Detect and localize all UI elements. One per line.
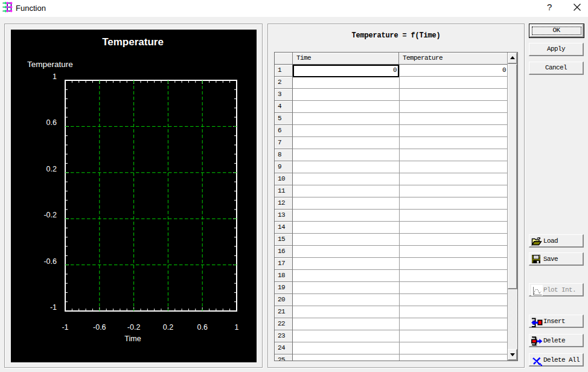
svg-text:-0.6: -0.6 xyxy=(43,257,57,266)
svg-text:Temperature: Temperature xyxy=(102,36,164,48)
svg-text:-0.2: -0.2 xyxy=(127,323,141,332)
svg-text:-0.2: -0.2 xyxy=(43,211,57,219)
svg-text:1: 1 xyxy=(235,323,239,332)
svg-text:1: 1 xyxy=(53,72,57,81)
svg-text:Temperature: Temperature xyxy=(27,60,73,69)
svg-text:-1: -1 xyxy=(62,323,68,332)
svg-text:0.2: 0.2 xyxy=(163,323,173,332)
svg-text:0.6: 0.6 xyxy=(197,323,208,332)
svg-text:-1: -1 xyxy=(50,303,57,312)
svg-text:-0.6: -0.6 xyxy=(93,323,106,332)
svg-text:Time: Time xyxy=(124,335,141,343)
svg-text:0.2: 0.2 xyxy=(46,165,57,173)
svg-text:0.6: 0.6 xyxy=(46,118,57,127)
